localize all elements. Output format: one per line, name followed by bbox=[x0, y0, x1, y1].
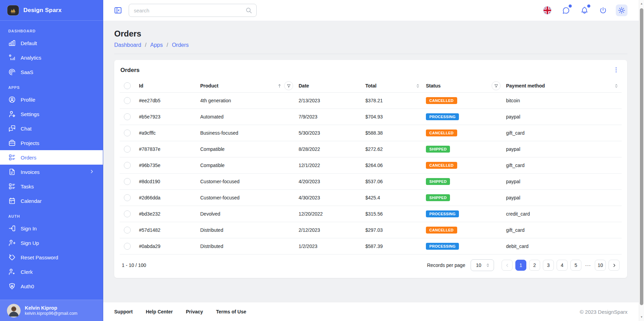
sidebar-item-label: Projects bbox=[21, 140, 39, 146]
page-button-10[interactable]: 10 bbox=[595, 260, 606, 271]
sidebar-item-label: Orders bbox=[21, 155, 36, 160]
sidebar-item-analytics[interactable]: Analytics bbox=[0, 50, 103, 65]
row-checkbox-cell bbox=[120, 146, 136, 153]
language-button[interactable] bbox=[541, 4, 553, 16]
column-header-status: Status bbox=[423, 79, 503, 92]
sidebar-item-label: Clerk bbox=[21, 269, 33, 275]
row-checkbox[interactable] bbox=[124, 162, 131, 169]
sidebar-item-sign-up[interactable]: Sign Up bbox=[0, 236, 103, 250]
search-icon bbox=[246, 7, 252, 14]
page-button-5[interactable]: 5 bbox=[570, 260, 581, 271]
selector-icon[interactable] bbox=[614, 83, 619, 89]
kebab-menu-icon bbox=[613, 66, 620, 73]
selector-icon[interactable] bbox=[415, 83, 420, 89]
sidebar-item-saas[interactable]: SaaS bbox=[0, 65, 103, 79]
page-button-2[interactable]: 2 bbox=[529, 260, 540, 271]
cell-product: Devolved bbox=[197, 211, 296, 217]
scrollbar-up-arrow[interactable]: ▲ bbox=[639, 2, 644, 5]
footer-link-privacy[interactable]: Privacy bbox=[186, 309, 203, 314]
notifications-button[interactable] bbox=[579, 4, 590, 16]
cell-total: $272.62 bbox=[363, 146, 423, 152]
sidebar-item-projects[interactable]: Projects bbox=[0, 136, 103, 150]
filter-button[interactable] bbox=[284, 81, 293, 90]
sidebar-toggle-button[interactable] bbox=[112, 4, 124, 16]
row-checkbox[interactable] bbox=[124, 243, 131, 250]
row-checkbox-cell bbox=[120, 162, 136, 169]
cell-payment: paypal bbox=[503, 179, 622, 184]
cell-product: Customer-focused bbox=[197, 179, 296, 184]
cell-id: #787837e bbox=[136, 146, 197, 152]
sidebar-item-clerk[interactable]: Clerk bbox=[0, 265, 103, 279]
cell-status: SHIPPED bbox=[423, 178, 503, 185]
breadcrumb-link-orders[interactable]: Orders bbox=[172, 42, 189, 48]
sidebar-item-label: SaaS bbox=[21, 69, 33, 75]
sidebar-item-invoices[interactable]: Invoices bbox=[0, 165, 103, 179]
sidebar-item-auth0[interactable]: Auth0 bbox=[0, 279, 103, 293]
select-all-checkbox[interactable] bbox=[124, 82, 131, 89]
search-input[interactable] bbox=[133, 7, 243, 14]
row-checkbox[interactable] bbox=[124, 146, 131, 153]
user-panel[interactable]: Kelvin Kiprop kelvin.kiprop96@gmail.com bbox=[0, 300, 103, 321]
row-checkbox[interactable] bbox=[124, 130, 131, 136]
cell-status: CANCELLED bbox=[423, 162, 503, 169]
cell-product: Compatible bbox=[197, 163, 296, 168]
footer-link-support[interactable]: Support bbox=[114, 309, 133, 314]
breadcrumb-link-dashboard[interactable]: Dashboard bbox=[114, 42, 141, 48]
messages-button[interactable] bbox=[560, 4, 572, 16]
prev-page-button[interactable] bbox=[502, 260, 513, 271]
row-checkbox[interactable] bbox=[124, 97, 131, 104]
row-checkbox[interactable] bbox=[124, 113, 131, 120]
sidebar-item-calendar[interactable]: Calendar bbox=[0, 194, 103, 208]
footer-link-help-center[interactable]: Help Center bbox=[146, 309, 173, 314]
sidebar-item-settings[interactable]: Settings bbox=[0, 107, 103, 121]
scrollbar-thumb[interactable] bbox=[640, 8, 643, 305]
page-button-3[interactable]: 3 bbox=[543, 260, 554, 271]
status-badge: SHIPPED bbox=[426, 178, 450, 185]
sidebar-item-sign-in[interactable]: Sign In bbox=[0, 221, 103, 236]
sidebar-item-tasks[interactable]: Tasks bbox=[0, 179, 103, 194]
breadcrumb-link-apps[interactable]: Apps bbox=[150, 42, 163, 48]
page-scrollbar[interactable]: ▲ ▼ bbox=[639, 0, 644, 321]
nav-section-label: AUTH bbox=[0, 208, 103, 221]
cell-date: 4/20/2023 bbox=[296, 179, 363, 184]
column-label: Total bbox=[365, 83, 376, 89]
sidebar-item-label: Chat bbox=[21, 126, 32, 132]
sidebar-item-reset-password[interactable]: Reset Password bbox=[0, 250, 103, 265]
footer-link-terms-of-use[interactable]: Terms of Use bbox=[216, 309, 246, 314]
sidebar-item-default[interactable]: Default bbox=[0, 36, 103, 50]
scrollbar-down-arrow[interactable]: ▼ bbox=[639, 316, 644, 319]
cell-payment: paypal bbox=[503, 114, 622, 120]
power-icon bbox=[599, 6, 607, 14]
auth0-icon bbox=[8, 282, 16, 290]
row-checkbox[interactable] bbox=[124, 178, 131, 185]
page-button-1[interactable]: 1 bbox=[515, 260, 526, 271]
copyright: © 2023 DesignSparx bbox=[580, 309, 627, 315]
sidebar-item-orders[interactable]: Orders bbox=[0, 150, 103, 165]
sort-up-icon[interactable] bbox=[277, 83, 282, 89]
messages-badge-dot bbox=[569, 4, 572, 8]
filter-button[interactable] bbox=[492, 81, 501, 90]
brand[interactable]: Design Sparx bbox=[0, 0, 103, 21]
sidebar-item-profile[interactable]: Profile bbox=[0, 92, 103, 107]
breadcrumb-separator: / bbox=[167, 42, 168, 48]
row-checkbox[interactable] bbox=[124, 227, 131, 234]
theme-toggle-button[interactable] bbox=[616, 4, 627, 16]
card-menu-button[interactable] bbox=[611, 65, 621, 75]
next-page-button[interactable] bbox=[609, 260, 620, 271]
cell-payment: credit_card bbox=[503, 211, 622, 217]
cell-total: $537.06 bbox=[363, 179, 423, 184]
user-cog-icon bbox=[8, 110, 16, 118]
logout-button[interactable] bbox=[597, 4, 609, 16]
column-header-total: Total bbox=[363, 79, 423, 92]
sidebar-item-label: Reset Password bbox=[21, 255, 58, 260]
row-checkbox[interactable] bbox=[124, 194, 131, 201]
page-button-4[interactable]: 4 bbox=[557, 260, 568, 271]
records-per-page-select[interactable]: 10 bbox=[471, 259, 494, 271]
row-checkbox[interactable] bbox=[124, 210, 131, 217]
column-label: Date bbox=[299, 83, 309, 89]
column-header-id: Id bbox=[136, 79, 197, 92]
user-name: Kelvin Kiprop bbox=[25, 305, 77, 311]
column-label: Product bbox=[200, 83, 218, 89]
cell-payment: gift_card bbox=[503, 227, 622, 233]
sidebar-item-chat[interactable]: Chat bbox=[0, 121, 103, 136]
